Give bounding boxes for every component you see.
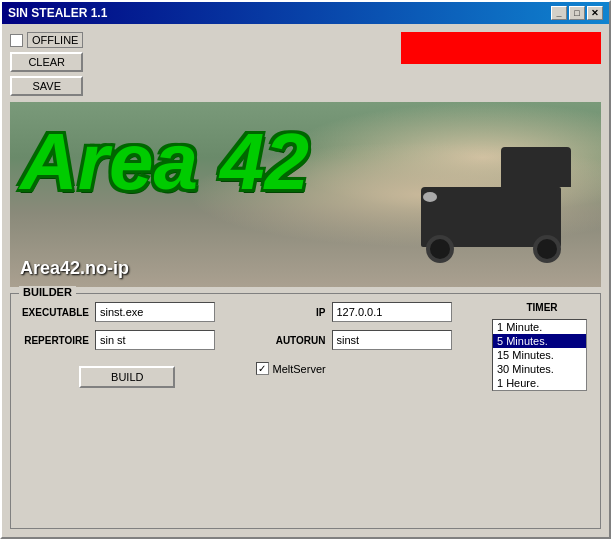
status-display: [401, 32, 601, 64]
repertoire-input[interactable]: [95, 330, 215, 350]
executable-label: EXECUTABLE: [19, 307, 89, 318]
offline-checkbox[interactable]: [10, 34, 23, 47]
banner-subtitle: Area42.no-ip: [20, 258, 129, 279]
builder-middle: IP AUTORUN ✓ MeltServer: [256, 302, 473, 391]
build-btn-row: BUILD: [19, 366, 236, 388]
left-controls: OFFLINE CLEAR SAVE: [10, 32, 83, 96]
window-title: SIN STEALER 1.1: [8, 6, 107, 20]
timer-option-4[interactable]: 30 Minutes.: [493, 362, 586, 376]
meltserver-checkbox[interactable]: ✓: [256, 362, 269, 375]
builder-group: BUILDER EXECUTABLE REPERTOIRE BUILD: [10, 293, 601, 529]
autorun-row: AUTORUN: [256, 330, 473, 350]
timer-listbox[interactable]: 1 Minute. 5 Minutes. 15 Minutes. 30 Minu…: [492, 319, 587, 391]
close-button[interactable]: ✕: [587, 6, 603, 20]
ip-input[interactable]: [332, 302, 452, 322]
builder-legend: BUILDER: [19, 286, 76, 298]
repertoire-row: REPERTOIRE: [19, 330, 236, 350]
ip-label: IP: [256, 307, 326, 318]
save-button[interactable]: SAVE: [10, 76, 83, 96]
timer-label: TIMER: [492, 302, 592, 313]
maximize-button[interactable]: □: [569, 6, 585, 20]
timer-option-2[interactable]: 5 Minutes.: [493, 334, 586, 348]
repertoire-label: REPERTOIRE: [19, 335, 89, 346]
timer-option-3[interactable]: 15 Minutes.: [493, 348, 586, 362]
builder-right: TIMER 1 Minute. 5 Minutes. 15 Minutes. 3…: [492, 302, 592, 391]
truck-cab: [501, 147, 571, 187]
executable-input[interactable]: [95, 302, 215, 322]
banner-image: Area 42 Area42.no-ip: [10, 102, 601, 287]
truck-wheel-left: [426, 235, 454, 263]
main-window: SIN STEALER 1.1 _ □ ✕ OFFLINE CLEAR SAVE: [0, 0, 611, 539]
builder-content: EXECUTABLE REPERTOIRE BUILD IP: [19, 302, 592, 391]
clear-button[interactable]: CLEAR: [10, 52, 83, 72]
window-content: OFFLINE CLEAR SAVE Area 42 Area42.no-ip: [2, 24, 609, 537]
minimize-button[interactable]: _: [551, 6, 567, 20]
autorun-label: AUTORUN: [256, 335, 326, 346]
truck-headlight: [423, 192, 437, 202]
executable-row: EXECUTABLE: [19, 302, 236, 322]
title-bar-buttons: _ □ ✕: [551, 6, 603, 20]
autorun-input[interactable]: [332, 330, 452, 350]
offline-label: OFFLINE: [27, 32, 83, 48]
meltserver-row: ✓ MeltServer: [256, 362, 473, 375]
meltserver-label: MeltServer: [273, 363, 326, 375]
top-controls: OFFLINE CLEAR SAVE: [10, 32, 601, 96]
timer-option-1[interactable]: 1 Minute.: [493, 320, 586, 334]
ip-row: IP: [256, 302, 473, 322]
truck-graphic: [401, 147, 581, 267]
timer-option-5[interactable]: 1 Heure.: [493, 376, 586, 390]
title-bar: SIN STEALER 1.1 _ □ ✕: [2, 2, 609, 24]
banner-title: Area 42: [20, 122, 309, 202]
builder-left: EXECUTABLE REPERTOIRE BUILD: [19, 302, 236, 391]
offline-row: OFFLINE: [10, 32, 83, 48]
truck-wheel-right: [533, 235, 561, 263]
build-button[interactable]: BUILD: [79, 366, 175, 388]
